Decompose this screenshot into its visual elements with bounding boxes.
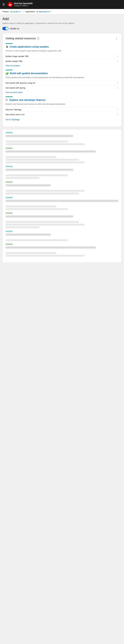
guided-icon: 🧩 [6, 72, 9, 75]
blur-sub-4 [6, 159, 79, 160]
go-to-topology-link[interactable]: Go to Topology [6, 118, 20, 121]
toggle-label: Details on [10, 27, 19, 30]
blur-sub-17 [6, 255, 85, 256]
details-toggle-row: Details on [3, 27, 121, 30]
main-content: Add Select a way to create an applicatio… [0, 14, 124, 265]
blur-sub-12 [6, 221, 79, 223]
blur-sub-13 [6, 224, 85, 226]
spring-link[interactable]: Get started with Spring → [6, 86, 118, 90]
blur-line-5 [6, 200, 118, 202]
page-title: Add [3, 17, 121, 21]
app-label: Application: [25, 10, 35, 13]
card-header: Getting started resources ? ⋮ [6, 36, 118, 41]
blur-sub-5 [6, 162, 85, 163]
guided-heading-row: 🧩 Build with guided documentation [6, 72, 118, 75]
app-chevron-icon: ▾ [50, 10, 51, 13]
brand-name: Red Hat OpenShift [14, 2, 33, 5]
devfile-arrow: → [116, 60, 118, 62]
redhat-logo-circle [8, 2, 13, 7]
view-all-samples-link[interactable]: View all samples [6, 64, 20, 67]
view-all-quickstarts-link[interactable]: View all quick starts [6, 91, 23, 94]
help-icon[interactable]: ? [37, 38, 39, 40]
blur-sub-15 [6, 240, 68, 241]
getting-started-card: Getting started resources ? ⋮ 🖥 Create a… [3, 33, 121, 127]
blur-bar-2 [6, 148, 13, 148]
blur-sub-7 [6, 177, 39, 179]
blur-bar-4 [6, 182, 13, 182]
blur-sub-9 [6, 193, 79, 194]
whats-new-arrow: → [116, 113, 118, 116]
quarkus-link[interactable]: Get started with Quarkus using s2i → [6, 80, 118, 86]
features-desc: Explore new features and resources withi… [6, 102, 118, 106]
blur-bar-5 [6, 197, 13, 198]
guided-heading[interactable]: Build with guided documentation [10, 72, 48, 75]
hamburger-menu[interactable]: ☰ [3, 3, 5, 6]
blur-sub-11 [6, 208, 68, 210]
blur-sub-16 [6, 252, 56, 254]
blur-line-6 [6, 216, 73, 217]
features-bar [6, 96, 13, 97]
blur-sub-2 [6, 144, 85, 145]
brand-text: Red Hat OpenShift Container Platform [14, 2, 33, 7]
blur-line-2 [6, 150, 96, 152]
project-selector[interactable]: my-project ▾ [10, 10, 21, 13]
blur-sub-10 [6, 206, 56, 207]
samples-section: 🖥 Create applications using samples Choo… [6, 43, 118, 67]
app-header: ☰ Red Hat OpenShift Container Platform [0, 0, 124, 9]
guided-bar [6, 70, 13, 70]
samples-desc: Choose a code sample to get started crea… [6, 49, 118, 52]
blur-sub-8 [6, 190, 85, 192]
toolbar-divider: | [23, 10, 23, 13]
guided-desc: Follow guided documentation to build app… [6, 76, 118, 79]
devfile-link[interactable]: devfile sample TBD → [6, 59, 118, 64]
builder-image-text: Builder image sample TBD [6, 55, 115, 58]
project-chevron-icon: ▾ [20, 10, 21, 13]
blur-bar-1 [6, 132, 13, 133]
project-toolbar: Project: my-project ▾ | Application: all… [0, 9, 124, 14]
blur-bar-8 [6, 244, 13, 244]
blur-line-7 [6, 234, 51, 236]
blur-line-8 [6, 246, 96, 248]
kebab-menu-icon[interactable]: ⋮ [114, 36, 118, 41]
page-subtitle: Select a way to create an application, c… [3, 22, 121, 25]
features-heading-row: 🏳 Explore new developer features [6, 98, 118, 102]
blur-bar-6 [6, 213, 13, 214]
app-selector[interactable]: all applications ▾ [36, 10, 51, 13]
project-label: Project: [3, 10, 9, 13]
spring-text: Get started with Spring [6, 87, 115, 89]
spring-arrow: → [116, 87, 118, 89]
blur-line-4 [6, 184, 51, 186]
card-title: Getting started resources [6, 37, 36, 40]
quarkus-text: Get started with Quarkus using s2i [6, 82, 115, 84]
quarkus-arrow: → [116, 82, 118, 84]
discover-topology-arrow: → [116, 108, 118, 111]
whats-new-text: See what's new in 4.8 [6, 113, 115, 116]
samples-heading-row: 🖥 Create applications using samples [6, 45, 118, 48]
whats-new-link[interactable]: See what's new in 4.8 → [6, 112, 118, 117]
blur-bar-3 [6, 166, 13, 167]
blur-sub-1 [6, 141, 68, 142]
features-heading[interactable]: Explore new developer features [10, 99, 46, 102]
features-section: 🏳 Explore new developer features Explore… [6, 96, 118, 121]
devfile-text: devfile sample TBD [6, 60, 115, 62]
blur-sub-3 [6, 156, 56, 158]
samples-heading[interactable]: Create applications using samples [10, 46, 49, 48]
discover-topology-link[interactable]: Discover Topology → [6, 107, 118, 112]
details-toggle[interactable] [3, 27, 8, 30]
blur-line-1 [6, 135, 73, 137]
guided-section: 🧩 Build with guided documentation Follow… [6, 70, 118, 94]
builder-image-arrow: → [116, 55, 118, 58]
card-title-row: Getting started resources ? [6, 37, 39, 40]
discover-topology-text: Discover Topology [6, 108, 115, 111]
blur-line-3 [6, 169, 73, 171]
builder-image-link[interactable]: Builder image sample TBD → [6, 54, 118, 59]
blur-bar-7 [6, 231, 13, 232]
features-icon: 🏳 [6, 98, 8, 102]
redhat-logo-icon [9, 3, 12, 6]
blur-sub-14 [6, 226, 39, 228]
blurred-card [3, 129, 121, 263]
samples-bar [6, 43, 13, 44]
blur-sub-6 [6, 174, 68, 176]
logo-area: ☰ Red Hat OpenShift Container Platform [3, 2, 33, 7]
samples-icon: 🖥 [6, 45, 8, 48]
